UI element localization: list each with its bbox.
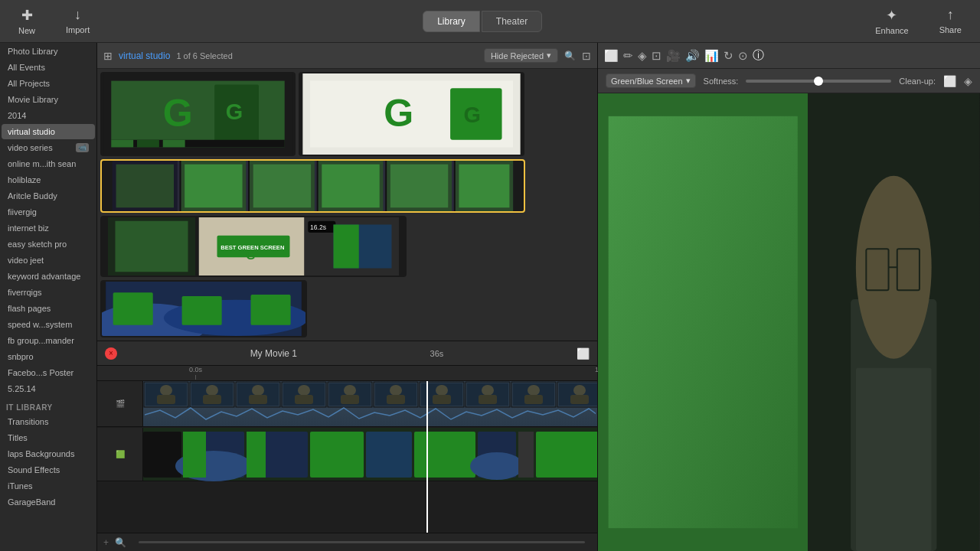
inspector-chart-icon[interactable]: 📊 [704, 49, 719, 63]
track-bg-icon: 🟩 [116, 450, 125, 458]
preview-green-screen [598, 93, 808, 551]
ruler-label-start: 0.0s [189, 366, 202, 373]
toolbar-left: ✚ New ↓ Import [12, 4, 96, 38]
sidebar-item-flash[interactable]: flash pages [2, 301, 95, 316]
sidebar-item-sound-effects[interactable]: Sound Effects [2, 462, 95, 478]
thumbnails-area: G G [97, 69, 597, 341]
inspector-adjust-icon[interactable]: ⊙ [738, 49, 748, 63]
sidebar-item-movie-library[interactable]: Movie Library [2, 92, 95, 107]
inspector-filter-icon[interactable]: ◈ [638, 49, 647, 63]
softness-slider[interactable] [746, 80, 891, 83]
inspector-info-icon[interactable]: ⓘ [753, 48, 764, 63]
svg-rect-59 [183, 432, 206, 478]
sidebar-item-online[interactable]: online m...ith sean [2, 156, 95, 171]
video-preview[interactable] [598, 93, 980, 551]
thumb-item-blue-green[interactable] [100, 280, 307, 337]
preview-person [808, 93, 980, 551]
library-tab[interactable]: Library [423, 11, 480, 32]
cleanup-label: Clean-up: [899, 77, 936, 86]
svg-rect-34 [116, 221, 188, 272]
sidebar-item-all-projects[interactable]: All Projects [2, 76, 95, 91]
import-button[interactable]: ↓ Import [60, 4, 96, 38]
filter-button[interactable]: Hide Rejected ▾ [484, 48, 558, 63]
softness-slider-thumb[interactable] [814, 77, 823, 86]
inspector-color-icon[interactable]: ✏ [623, 49, 633, 63]
sidebar-item-fiverrqigs[interactable]: fiverrqigs [2, 285, 95, 300]
svg-rect-24 [390, 165, 448, 208]
track-main-label: 🎬 [97, 381, 143, 426]
sidebar-item-video-jeet[interactable]: video jeet [2, 253, 95, 268]
thumb-item-2[interactable]: G G [299, 72, 524, 156]
inspector-video-icon[interactable]: ⬜ [604, 49, 619, 63]
sidebar-item-photo-library[interactable]: Photo Library [2, 44, 95, 59]
svg-rect-26 [459, 165, 509, 208]
thumb-item-strip[interactable] [100, 159, 525, 213]
video-controls: Green/Blue Screen ▾ Softness: Clean-up: … [598, 69, 980, 93]
sidebar-item-maps-backgrounds[interactable]: laps Backgrounds [2, 446, 95, 461]
enhance-label: Enhance [875, 26, 908, 35]
sidebar-item-internet-biz[interactable]: internet biz [2, 220, 95, 236]
timeline-expand-button[interactable]: ⬜ [577, 347, 590, 360]
svg-rect-67 [518, 432, 534, 478]
sidebar-item-all-events[interactable]: All Events [2, 60, 95, 75]
svg-rect-61 [247, 432, 266, 478]
sidebar-item-article-buddy[interactable]: Aritcle Buddy [2, 188, 95, 204]
effect-select-label: Green/Blue Screen [611, 77, 683, 86]
theater-tab[interactable]: Theater [482, 11, 542, 32]
layout-button[interactable]: ⊡ [582, 50, 591, 62]
toolbar-center: Library Theater [423, 11, 542, 32]
sidebar-item-fiivergig[interactable]: fiivergig [2, 204, 95, 220]
sidebar-item-fb-group[interactable]: fb group...mander [2, 333, 95, 348]
playhead[interactable] [426, 381, 428, 533]
enhance-button[interactable]: ✦ Enhance [869, 4, 914, 38]
track-bg-label: 🟩 [97, 428, 143, 481]
effect-select[interactable]: Green/Blue Screen ▾ [606, 73, 696, 88]
share-label: Share [939, 25, 962, 34]
thumb-item-1[interactable]: G G [100, 72, 296, 156]
sidebar-item-transitions[interactable]: Transitions [2, 414, 95, 429]
sidebar-item-holiblaze[interactable]: holiblaze [2, 172, 95, 187]
ruler-tick-start [195, 375, 196, 380]
sidebar-item-keyword[interactable]: keyword advantage [2, 269, 95, 284]
main-video-strip[interactable]: 36.3s [143, 381, 597, 426]
sidebar-item-speed[interactable]: speed w...system [2, 317, 95, 332]
track-background: 🟩 [97, 428, 597, 481]
add-clip-icon[interactable]: + [103, 537, 109, 548]
zoom-out-icon[interactable]: 🔍 [115, 537, 126, 548]
sidebar-item-date[interactable]: 5.25.14 [2, 381, 95, 396]
cleanup-icon-2[interactable]: ◈ [964, 75, 972, 87]
inspector-audio-icon[interactable]: 🔊 [685, 49, 700, 63]
inspector-stabilize-icon[interactable]: ↻ [724, 49, 733, 63]
softness-label: Softness: [704, 77, 739, 86]
sidebar-item-easy-sketch[interactable]: easy sketch pro [2, 236, 95, 252]
inspector-crop-icon[interactable]: ⊡ [652, 49, 662, 63]
thumb-row-2 [100, 159, 594, 213]
timeline-close-button[interactable]: × [105, 347, 117, 360]
thumb-row-4 [100, 280, 594, 337]
ruler-mark-start: 0.0s [189, 366, 202, 380]
sidebar-item-2014[interactable]: 2014 [2, 108, 95, 123]
svg-rect-43 [334, 225, 359, 269]
svg-rect-68 [536, 432, 597, 478]
sidebar-item-facebook[interactable]: Facebo...s Poster [2, 365, 95, 380]
chevron-down-icon: ▾ [547, 51, 551, 60]
right-panel: ⬜ ✏ ◈ ⊡ 🎥 🔊 📊 ↻ ⊙ ⓘ Green/Blue Screen ▾ … [597, 43, 980, 551]
svg-rect-20 [253, 165, 311, 208]
sidebar-item-snbpro[interactable]: snbpro [2, 349, 95, 364]
grid-toggle-button[interactable]: ⊞ [103, 50, 113, 62]
timeline-zoom-slider[interactable] [139, 541, 585, 543]
thumb-row-3: BEST GREEN SCREEN G 16.2s [100, 216, 594, 277]
inspector-camera-icon[interactable]: 🎥 [666, 49, 681, 63]
thumb-item-labeled[interactable]: BEST GREEN SCREEN G 16.2s [100, 216, 407, 277]
main-area: Photo Library All Events All Projects Mo… [0, 43, 980, 551]
movie-title: My Movie 1 [250, 348, 297, 359]
new-button[interactable]: ✚ New [12, 4, 41, 38]
sidebar-item-virtual-studio[interactable]: virtual studio [2, 124, 95, 139]
sidebar-item-video-series[interactable]: video series 📹 [2, 140, 95, 155]
sidebar-item-titles[interactable]: Titles [2, 430, 95, 445]
sidebar-item-itunes[interactable]: iTunes [2, 478, 95, 494]
sidebar-item-garageband[interactable]: GarageBand [2, 494, 95, 510]
share-button[interactable]: ↑ Share [933, 4, 968, 38]
cleanup-icon-1[interactable]: ⬜ [943, 75, 956, 87]
search-icon[interactable]: 🔍 [564, 51, 576, 61]
